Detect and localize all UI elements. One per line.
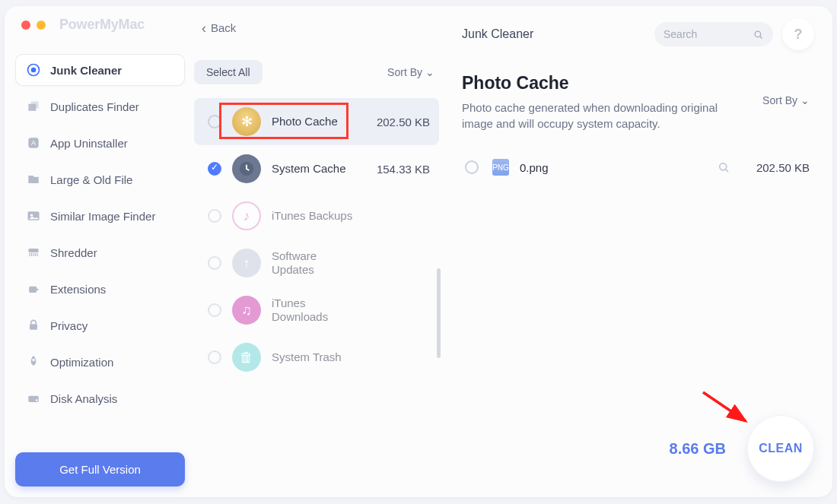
sidebar-item-label: Shredder: [50, 246, 97, 259]
category-toolbar: Select All Sort By ⌄: [194, 60, 439, 84]
file-row[interactable]: PNG 0.png 202.50 KB: [462, 154, 814, 180]
category-row-system-cache[interactable]: System Cache 154.33 KB: [194, 145, 439, 192]
back-label: Back: [211, 21, 236, 34]
sidebar-item-app-uninstaller[interactable]: A App Uninstaller: [15, 127, 185, 159]
chevron-down-icon: ⌄: [425, 66, 434, 78]
sidebar-item-extensions[interactable]: Extensions: [15, 273, 185, 305]
svg-point-9: [32, 359, 34, 361]
row-label: System Trash: [272, 350, 355, 364]
shredder-icon: [26, 245, 41, 260]
category-row-itunes-downloads[interactable]: ♫ iTunes Downloads: [194, 287, 439, 334]
junk-cleaner-icon: [26, 62, 41, 78]
row-checkbox[interactable]: [208, 256, 221, 270]
detail-description: Photo cache generated when downloading o…: [462, 100, 721, 132]
itunes-backups-icon: ♪: [232, 201, 261, 230]
svg-point-5: [30, 214, 33, 217]
page-title: Junk Cleaner: [462, 27, 533, 41]
row-label: Photo Cache: [272, 115, 355, 128]
category-row-software-updates[interactable]: ↑ Software Updates: [194, 239, 439, 287]
app-window: PowerMyMac Junk Cleaner Duplicates Finde…: [5, 6, 832, 497]
lock-icon: [26, 318, 41, 333]
duplicates-icon: [26, 99, 41, 114]
sidebar-item-label: Extensions: [50, 283, 106, 296]
sidebar-item-label: App Uninstaller: [50, 137, 128, 150]
category-panel: ‹ Back Select All Sort By ⌄ ✻ Photo Cach…: [191, 6, 450, 497]
get-full-version-button[interactable]: Get Full Version: [15, 452, 185, 487]
search-icon: [753, 29, 764, 40]
detail-sort-by-dropdown[interactable]: Sort By ⌄: [762, 94, 810, 106]
row-label: iTunes Downloads: [272, 296, 355, 324]
uninstaller-icon: A: [26, 135, 41, 151]
row-label: Software Updates: [272, 249, 355, 277]
minimize-window-icon[interactable]: [37, 21, 46, 30]
close-window-icon[interactable]: [21, 21, 30, 30]
window-traffic-lights: PowerMyMac: [15, 17, 185, 33]
row-checkbox[interactable]: [208, 209, 221, 223]
sidebar-item-shredder[interactable]: Shredder: [15, 236, 185, 268]
back-button[interactable]: ‹ Back: [194, 21, 439, 34]
sidebar-item-label: Large & Old File: [50, 173, 132, 186]
bottom-bar: 8.66 GB CLEAN: [462, 415, 814, 485]
preview-icon[interactable]: [717, 160, 730, 174]
row-checkbox[interactable]: [208, 350, 221, 364]
sort-by-label: Sort By: [762, 94, 797, 106]
svg-rect-7: [29, 287, 37, 293]
system-trash-icon: 🗑: [232, 343, 261, 372]
row-checkbox[interactable]: [208, 303, 221, 317]
photo-cache-icon: ✻: [232, 107, 261, 136]
svg-rect-6: [28, 249, 38, 252]
sidebar-item-label: Similar Image Finder: [50, 210, 155, 223]
sidebar-item-label: Optimization: [50, 356, 113, 369]
disk-icon: [26, 391, 41, 406]
sidebar-item-privacy[interactable]: Privacy: [15, 309, 185, 341]
row-label: System Cache: [272, 162, 355, 176]
category-row-photo-cache[interactable]: ✻ Photo Cache 202.50 KB: [194, 98, 439, 145]
svg-text:A: A: [31, 139, 37, 147]
help-button[interactable]: ?: [782, 18, 814, 50]
row-size: 154.33 KB: [366, 163, 430, 176]
detail-panel: Junk Cleaner Search ? Photo Cache Photo …: [450, 6, 832, 497]
svg-point-1: [31, 68, 37, 73]
svg-point-11: [36, 399, 38, 401]
sidebar-item-disk-analysis[interactable]: Disk Analysis: [15, 382, 185, 414]
category-row-itunes-backups[interactable]: ♪ iTunes Backups: [194, 192, 439, 239]
file-name: 0.png: [520, 161, 706, 174]
category-row-system-trash[interactable]: 🗑 System Trash: [194, 334, 439, 381]
sidebar-item-duplicates-finder[interactable]: Duplicates Finder: [15, 90, 185, 122]
sidebar-item-label: Junk Cleaner: [50, 64, 122, 77]
sort-by-dropdown[interactable]: Sort By ⌄: [387, 66, 434, 78]
svg-point-13: [755, 31, 761, 37]
row-checkbox[interactable]: [208, 115, 221, 128]
sidebar-item-label: Disk Analysis: [50, 392, 117, 405]
row-size: 202.50 KB: [366, 116, 430, 128]
sidebar-item-junk-cleaner[interactable]: Junk Cleaner: [15, 54, 185, 86]
svg-rect-8: [30, 324, 37, 330]
sidebar-item-large-old-file[interactable]: Large & Old File: [15, 163, 185, 195]
rocket-icon: [26, 354, 41, 369]
chevron-down-icon: ⌄: [800, 94, 810, 106]
detail-header: Junk Cleaner Search ?: [462, 18, 814, 50]
row-label: iTunes Backups: [272, 209, 355, 223]
search-input[interactable]: Search: [654, 22, 773, 46]
extensions-icon: [26, 281, 41, 296]
png-file-icon: PNG: [492, 159, 509, 176]
row-checkbox[interactable]: [208, 162, 221, 176]
file-size: 202.50 KB: [741, 161, 810, 174]
sidebar-item-label: Privacy: [50, 319, 88, 332]
scrollbar[interactable]: [437, 268, 441, 358]
svg-point-14: [720, 163, 727, 170]
sidebar-nav: Junk Cleaner Duplicates Finder A App Uni…: [15, 54, 185, 414]
search-placeholder: Search: [664, 28, 697, 40]
sidebar-item-optimization[interactable]: Optimization: [15, 346, 185, 378]
detail-heading: Photo Cache: [462, 73, 814, 94]
file-checkbox[interactable]: [465, 160, 479, 174]
clean-button[interactable]: CLEAN: [747, 415, 814, 482]
sidebar: PowerMyMac Junk Cleaner Duplicates Finde…: [5, 6, 191, 497]
svg-rect-10: [28, 396, 38, 402]
software-updates-icon: ↑: [232, 249, 261, 277]
sidebar-item-similar-image[interactable]: Similar Image Finder: [15, 200, 185, 232]
system-cache-icon: [232, 154, 261, 183]
category-list: ✻ Photo Cache 202.50 KB System Cache 154…: [194, 98, 439, 381]
select-all-button[interactable]: Select All: [194, 60, 263, 84]
sort-by-label: Sort By: [387, 66, 422, 78]
